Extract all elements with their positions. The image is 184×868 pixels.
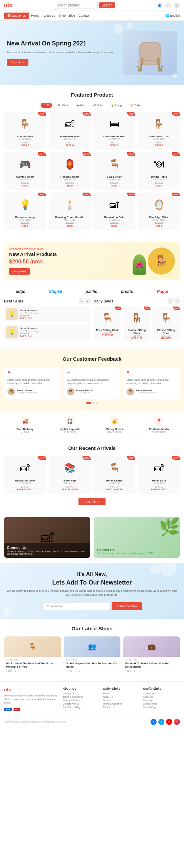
footer-link[interactable]: Terms & Condition <box>103 703 140 705</box>
categories-button[interactable]: ☰ Categories <box>4 13 29 19</box>
daily-card[interactable]: New 🪑 Park Sitting Chair $180.00 $180 $1… <box>94 307 121 341</box>
bestseller-stars: ★★★★★ <box>20 332 89 335</box>
support-icon: 🎧 <box>65 416 74 426</box>
youtube-icon[interactable]: y <box>166 719 172 725</box>
product-code: #HSR4158 <box>51 138 88 140</box>
footer-link[interactable]: Contact Us <box>143 692 180 695</box>
footer-link[interactable]: Home <box>103 692 140 695</box>
wishlist-icon-group[interactable]: ♡ <box>165 2 171 8</box>
search-input[interactable] <box>54 2 98 8</box>
search-button[interactable]: Search <box>99 2 115 8</box>
bestseller-prev[interactable]: ‹ <box>78 298 84 304</box>
tab-bed[interactable]: 🛏 Bed <box>74 103 88 108</box>
svg-rect-8 <box>141 58 143 65</box>
nav-about[interactable]: About Us <box>43 14 55 17</box>
footer-link[interactable]: Contact Page <box>143 703 180 705</box>
tab-all[interactable]: ☰ All <box>41 103 52 108</box>
daily-prev[interactable]: ‹ <box>168 298 174 304</box>
tab-chair[interactable]: 🪑 Chair <box>55 103 71 108</box>
feedback-user: 👩 Jannin Jonson Manager, e Commerce <box>7 388 58 395</box>
footer-quicklinks-title: Quick Links <box>103 687 140 690</box>
dot-1[interactable] <box>86 402 91 404</box>
product-code: #HSR4158 <box>141 219 177 221</box>
banner-shop-button[interactable]: Shop Now <box>9 268 30 275</box>
footer-payments: VISA MC <box>4 708 59 711</box>
footer-link[interactable]: Privacy & Policy <box>63 699 99 702</box>
mastercard-badge: MC <box>14 708 20 711</box>
site-header: uto Search 👤 ♡ 🛒 ☰ Categories Home About… <box>0 0 184 21</box>
bestseller-item[interactable]: 💡 Jamin Lamps New Move Lamps ★★★★★ Add T… <box>4 307 90 322</box>
recent-product-price: $880.00 $880.00 $330 <box>51 486 88 491</box>
user-icon-group[interactable]: 👤 <box>156 2 162 8</box>
product-name: Stylish Chair <box>7 135 43 138</box>
instagram-icon[interactable]: in <box>174 719 180 725</box>
dot-2[interactable] <box>92 402 94 404</box>
recent-product-image: 🛋 <box>7 459 43 477</box>
footer-quicklinks-list: Home About Us Service Terms & Condition … <box>103 692 140 708</box>
product-name: Gaming Chair <box>7 175 43 178</box>
product-card: New 🕯️ Drawing Room Candle #HSR4158 $000… <box>49 193 91 230</box>
user-avatar: 👨 <box>67 388 74 395</box>
newsletter-input[interactable] <box>42 602 110 610</box>
hero-section: New Arrival On Spring 2021 This is one o… <box>0 21 184 85</box>
newsletter-subscribe-button[interactable]: Subscribe Now <box>112 602 142 610</box>
follow-box: 🌿 Follow Us Youtube media content to our… <box>94 517 180 558</box>
product-price: $000.00 $000 <box>141 222 177 228</box>
footer-link[interactable]: About Us <box>143 696 180 698</box>
twitter-icon[interactable]: t <box>158 719 164 725</box>
footer-link[interactable]: Search Page <box>143 706 180 708</box>
blog-likes: ♥ 2018 <box>66 670 72 672</box>
tab-sofa[interactable]: 🛋 Sofa <box>91 103 105 108</box>
bestseller-image: 💡 <box>6 326 18 338</box>
tab-bed-icon: 🛏 <box>77 104 79 107</box>
nav-blog[interactable]: Blog <box>69 14 75 17</box>
dot-3[interactable] <box>96 402 98 404</box>
footer-link[interactable]: Site Map <box>143 699 180 702</box>
footer-link[interactable]: Contact Us <box>63 692 99 695</box>
footer-brand-col: uto Lorem ipsum dolor sit amet, consecte… <box>4 687 59 711</box>
language-selector[interactable]: 🌐 English <box>165 14 180 17</box>
daily-card[interactable]: New 🪑 Plastic Sitting Chair $180.00 $180… <box>152 307 180 341</box>
blog-card[interactable]: 👥 Jan 15, 2021 Global Organization Has T… <box>64 636 120 675</box>
user-info: Brenna Hansel E Commerce specialist <box>136 389 156 394</box>
tab-table[interactable]: 🪞 Table <box>127 103 143 108</box>
bestseller-name: Jamin Lamps <box>20 327 89 330</box>
product-badge: New <box>38 152 46 156</box>
load-more-button[interactable]: Load More <box>78 498 105 505</box>
daily-image: 🪑 <box>154 309 178 327</box>
facebook-icon[interactable]: f <box>151 719 157 725</box>
recent-arrivals-section: Our Recent Arrivals New 🛋 Relaxation Sof… <box>0 438 184 512</box>
footer-link[interactable]: Our Gallery Blogs <box>63 706 99 708</box>
hero-title: New Arrival On Spring 2021 <box>7 40 123 47</box>
bestseller-item[interactable]: 💡 Jamin Lamps New Move Lamps ★★★★★ Add T… <box>4 324 90 340</box>
product-image: 🕯️ <box>51 195 88 214</box>
feature-title: Free Delivery <box>17 428 33 431</box>
footer-link[interactable]: Contact Us <box>103 706 140 708</box>
connect-overlay: Connect Us facebook.com / OTO OTO OTO In… <box>4 543 90 558</box>
feedback-user: 👨 Brenna Hansel E Commerce specialist <box>127 388 177 395</box>
daily-next[interactable]: › <box>175 298 180 304</box>
blog-meta: ♥ 2018 ✦ 15 3 <box>6 670 59 672</box>
banner-images: 🌺 🪑 <box>133 248 175 275</box>
product-code: #HSR4158 <box>7 178 43 181</box>
blog-card[interactable]: 🪑 Jan 15, 2021 We Produce The Best And T… <box>4 636 61 675</box>
blog-card[interactable]: 💼 Jan 15, 2021 We Work To Make A Good & … <box>123 636 180 675</box>
product-name: Drawing Room Candle <box>51 216 88 219</box>
daily-image: 🪑 <box>125 309 149 327</box>
cart-icon-group[interactable]: 🛒 <box>174 2 180 8</box>
footer-link[interactable]: Terms & Conditions <box>63 696 99 698</box>
bestseller-next[interactable]: › <box>85 298 90 304</box>
nav-contact[interactable]: Contact <box>78 14 89 17</box>
nav-home[interactable]: Home <box>31 14 39 17</box>
daily-card[interactable]: New 🪑 Simple Sitting Chair $180.00 $180 … <box>123 307 151 341</box>
footer-link[interactable]: Service <box>103 699 140 702</box>
footer-link[interactable]: About Us <box>103 696 140 698</box>
feedback-grid: ❝ Lorem ipsum dolor sit amet, consectetu… <box>4 367 180 399</box>
recent-badge: New <box>38 456 46 460</box>
footer-link[interactable]: Careers with Us <box>63 703 99 705</box>
banner-price: $200.50 /now <box>9 259 133 265</box>
tab-lamp[interactable]: 💡 Lamp <box>108 103 124 108</box>
feature-desc: Return assets <box>107 431 121 433</box>
hero-buy-button[interactable]: Buy Now <box>7 59 28 66</box>
nav-shop[interactable]: Shop <box>59 14 66 17</box>
